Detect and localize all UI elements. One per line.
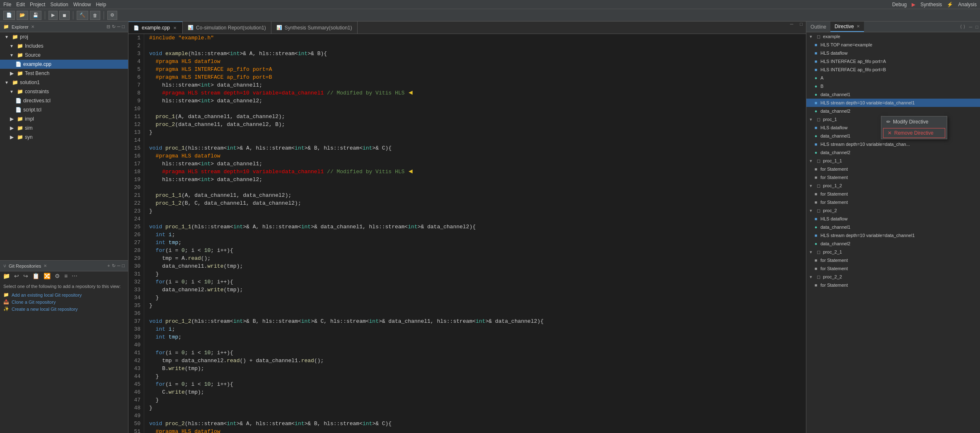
menu-help[interactable]: Help: [96, 2, 106, 7]
outline-proc21-root[interactable]: ▾ ◻ proc_2_1: [806, 248, 980, 256]
outline-proc22-for1[interactable]: ■ for Statement: [806, 281, 980, 289]
tab-directive-close[interactable]: ✕: [857, 24, 860, 29]
git-clone-link[interactable]: 📥 Clone a Git repository: [3, 299, 125, 305]
new-button[interactable]: 📄: [3, 11, 15, 20]
context-menu-modify[interactable]: ✏ Modify Directive: [881, 116, 947, 127]
outline-hls-interface-b[interactable]: ■ HLS INTERFACE ap_fifo port=B: [806, 65, 980, 74]
build-button[interactable]: 🔨: [77, 11, 88, 20]
run-button[interactable]: ▶: [48, 11, 58, 20]
save-button[interactable]: 💾: [30, 11, 41, 20]
outline-proc21-for2[interactable]: ■ for Statement: [806, 264, 980, 273]
testbench-expand-icon: ▶: [8, 70, 15, 76]
menu-window[interactable]: Window: [73, 2, 91, 7]
collapse-all-icon[interactable]: ⊟: [106, 24, 110, 29]
outline-hls-interface-a[interactable]: ■ HLS INTERFACE ap_fifo port=A: [806, 57, 980, 65]
git-add-existing-link[interactable]: 📁 Add an existing local Git repository: [3, 292, 125, 298]
tree-item-sim[interactable]: ▶ 📁 sim: [0, 123, 128, 133]
tab-directive[interactable]: Directive ✕: [830, 22, 864, 32]
git-tb-btn2[interactable]: ↩: [13, 272, 20, 280]
refresh-icon[interactable]: ↻: [112, 24, 116, 29]
minimize-icon[interactable]: ─: [117, 24, 121, 29]
outline-proc1-root-expand-icon: ▾: [808, 117, 814, 122]
git-tb-btn3[interactable]: ↪: [22, 272, 29, 280]
menu-solution[interactable]: Solution: [50, 2, 68, 7]
outline-proc2-root[interactable]: ▾ ◻ proc_2: [806, 206, 980, 215]
git-refresh-icon[interactable]: ↻: [112, 263, 116, 269]
outline-hls-stream-dc1[interactable]: ■ HLS stream depth=10 variable=data_chan…: [806, 99, 980, 107]
menu-edit[interactable]: Edit: [16, 2, 25, 7]
outline-proc2-dc1[interactable]: ● data_channel1: [806, 223, 980, 231]
outline-proc1-dc2[interactable]: ● data_channel2: [806, 148, 980, 157]
editor-maximize-btn[interactable]: □: [796, 22, 806, 34]
tree-item-directives-tcl[interactable]: 📄 directives.tcl: [0, 96, 128, 105]
tree-item-solution1[interactable]: ▾ 📁 solution1: [0, 78, 128, 87]
tab-co-sim[interactable]: 📊 Co-simulation Report(solution1): [183, 22, 271, 34]
outline-proc2-root-expand-icon: ▾: [808, 208, 814, 213]
tab-example-cpp[interactable]: 📄 example.cpp ✕: [128, 22, 183, 34]
outline-hls-dataflow1[interactable]: ■ HLS dataflow: [806, 49, 980, 57]
tree-item-testbench[interactable]: ▶ 📁 Test Bench: [0, 69, 128, 78]
context-menu-remove[interactable]: ✕ Remove Directive: [883, 128, 945, 138]
tree-item-constraints[interactable]: ▾ 📁 constraints: [0, 87, 128, 96]
outline-proc11-for1[interactable]: ■ for Statement: [806, 165, 980, 173]
editor-content[interactable]: 12345 678910 1112131415 1617181920 21222…: [128, 34, 806, 433]
outline-proc21-for1-icon: ■: [813, 258, 819, 263]
git-tb-btn8[interactable]: ⋯: [70, 272, 79, 280]
outline-dot-b[interactable]: ● B: [806, 82, 980, 90]
outline-proc11-for2[interactable]: ■ for Statement: [806, 173, 980, 181]
git-add-icon[interactable]: +: [107, 263, 110, 269]
maximize-icon[interactable]: □: [122, 24, 125, 29]
tab-outline[interactable]: Outline: [806, 22, 830, 32]
outline-example-root[interactable]: ▾ ◻ example: [806, 32, 980, 41]
stop-button[interactable]: ⏹: [59, 11, 70, 20]
outline-proc12-for1[interactable]: ■ for Statement: [806, 190, 980, 198]
tree-item-source[interactable]: ▾ 📁 Source: [0, 51, 128, 60]
tab-example-cpp-close[interactable]: ✕: [172, 26, 177, 30]
outline-hls-top[interactable]: ■ HLS TOP name=example: [806, 41, 980, 49]
git-create-new-link[interactable]: ✨ Create a new local Git repository: [3, 306, 125, 312]
tree-item-includes[interactable]: ▾ 📁 Includes: [0, 41, 128, 51]
right-maximize-btn[interactable]: □: [974, 24, 980, 29]
outline-proc2-dataflow[interactable]: ■ HLS dataflow: [806, 215, 980, 223]
outline-dot-dc1[interactable]: ● data_channel1: [806, 90, 980, 99]
outline-proc2-stream[interactable]: ■ HLS stream depth=10 variable=data_chan…: [806, 231, 980, 239]
git-close-icon[interactable]: ✕: [44, 264, 47, 268]
outline-proc12-for2[interactable]: ■ for Statement: [806, 198, 980, 206]
outline-dot-a[interactable]: ● A: [806, 74, 980, 82]
outline-dot-dc2[interactable]: ● data_channel2: [806, 107, 980, 115]
outline-proc12-root[interactable]: ▾ ◻ proc_1_2: [806, 181, 980, 190]
outline-proc22-for1-icon: ■: [813, 283, 819, 288]
directives-tcl-icon: 📄: [15, 98, 22, 104]
editor-area: 📄 example.cpp ✕ 📊 Co-simulation Report(s…: [128, 22, 806, 433]
clean-button[interactable]: 🗑: [90, 11, 100, 20]
editor-minimize-btn[interactable]: ─: [787, 22, 797, 34]
outline-proc22-root[interactable]: ▾ ◻ proc_2_2: [806, 273, 980, 281]
git-tb-btn7[interactable]: ≡: [63, 272, 69, 280]
git-tb-btn1[interactable]: 📁: [2, 272, 11, 280]
tree-item-impl[interactable]: ▶ 📁 impl: [0, 114, 128, 123]
tree-item-proj[interactable]: ▾ 📁 proj: [0, 32, 128, 41]
outline-proc21-for1[interactable]: ■ for Statement: [806, 256, 980, 264]
git-panel: ⑂ Git Repositories ✕ + ↻ ─ □ 📁 ↩ ↪ 📋 🔀 ⚙: [0, 260, 128, 351]
open-button[interactable]: 📂: [17, 11, 28, 20]
tree-item-syn[interactable]: ▶ 📁 syn: [0, 133, 128, 142]
git-maximize-icon[interactable]: □: [122, 263, 125, 269]
proj-folder-icon: 📁: [12, 34, 18, 40]
right-minimize-btn[interactable]: ─: [968, 24, 974, 29]
outline-hls-dataflow1-label: HLS dataflow: [820, 51, 978, 56]
right-panel-arrows[interactable]: ⟨ ⟩: [958, 24, 967, 29]
settings-button[interactable]: ⚙: [107, 11, 117, 20]
git-tb-btn4[interactable]: 📋: [31, 272, 41, 280]
menu-file[interactable]: File: [3, 2, 11, 7]
tree-item-script-tcl[interactable]: 📄 script.tcl: [0, 105, 128, 114]
outline-proc11-root[interactable]: ▾ ◻ proc_1_1: [806, 157, 980, 165]
git-tb-btn5[interactable]: 🔀: [42, 272, 52, 280]
explorer-close-icon[interactable]: ✕: [31, 24, 34, 29]
outline-proc1-stream[interactable]: ■ HLS stream depth=10 variable=data_chan…: [806, 140, 980, 148]
menu-project[interactable]: Project: [30, 2, 45, 7]
outline-proc2-dc2[interactable]: ● data_channel2: [806, 239, 980, 248]
git-minimize-icon[interactable]: ─: [117, 263, 121, 269]
tab-synthesis[interactable]: 📊 Synthesis Summary(solution1): [271, 22, 358, 34]
git-tb-btn6[interactable]: ⚙: [53, 272, 61, 280]
tree-item-example-cpp[interactable]: 📄 example.cpp: [0, 60, 128, 69]
